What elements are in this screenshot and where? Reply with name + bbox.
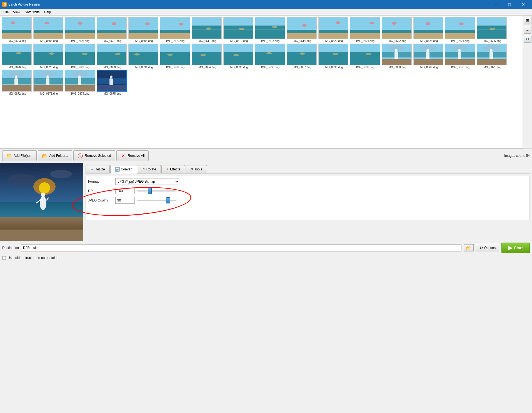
- thumbnail-item[interactable]: IMG_0608.dng: [128, 17, 159, 42]
- menu-file[interactable]: File: [1, 10, 11, 15]
- list-view-button[interactable]: ≡: [524, 26, 531, 34]
- menu-softorbits[interactable]: SoftOrbits: [23, 10, 42, 15]
- jpeg-quality-input[interactable]: 90: [115, 197, 135, 204]
- thumbnail-image: [33, 17, 63, 39]
- window-controls: — □ ✕: [489, 0, 530, 9]
- thumbnail-item[interactable]: IMG_0631.dng: [128, 44, 159, 69]
- add-folder-button[interactable]: 📂 Add Folder...: [38, 150, 72, 161]
- svg-rect-54: [414, 33, 443, 39]
- thumbnail-item[interactable]: IMG_0622.dng: [382, 17, 412, 42]
- thumbnail-item[interactable]: IMG_0869.dng: [413, 44, 444, 69]
- thumbnail-item[interactable]: IMG_0629.dng: [65, 44, 96, 69]
- options-button[interactable]: ⚙ Options: [476, 244, 499, 252]
- thumbnail-item[interactable]: IMG_0868.dng: [382, 44, 412, 69]
- thumbnail-item[interactable]: IMG_0872.dng: [2, 70, 32, 95]
- thumbnail-item[interactable]: IMG_0605.dng: [33, 17, 64, 42]
- thumbnail-item[interactable]: IMG_0634.dng: [192, 44, 222, 69]
- add-files-button[interactable]: 📁 Add File(s)...: [2, 150, 37, 161]
- large-icons-view-button[interactable]: ⊞: [524, 17, 531, 24]
- svg-point-135: [490, 49, 493, 52]
- thumbnail-item[interactable]: IMG_0613.dng: [255, 17, 286, 42]
- destination-input[interactable]: [21, 244, 461, 251]
- thumbnail-item[interactable]: IMG_0607.dng: [97, 17, 127, 42]
- folder-structure-label: Use folder structure in output folder: [8, 256, 59, 260]
- preview-image: [0, 163, 83, 241]
- thumbnail-image: [413, 44, 443, 65]
- thumbnail-image: [128, 17, 158, 39]
- svg-point-79: [115, 53, 121, 55]
- thumbnail-image: [128, 44, 158, 65]
- svg-rect-17: [129, 30, 158, 34]
- menu-view[interactable]: View: [11, 10, 23, 15]
- close-button[interactable]: ✕: [517, 0, 530, 9]
- dpi-input[interactable]: 100: [115, 188, 135, 194]
- effects-icon: ✦: [166, 167, 169, 171]
- tab-tools[interactable]: ⚙ Tools: [186, 165, 207, 173]
- action-toolbar: 📁 Add File(s)... 📂 Add Folder... 🚫 Remov…: [0, 149, 532, 163]
- thumbnail-item[interactable]: IMG_0623.dng: [413, 17, 444, 42]
- tab-effects[interactable]: ✦ Effects: [161, 165, 185, 173]
- thumbnail-item[interactable]: IMG_0870.dng: [445, 44, 476, 69]
- thumbnail-item[interactable]: IMG_0636.dng: [255, 44, 286, 69]
- thumbnail-item[interactable]: IMG_0610.dng: [160, 17, 191, 42]
- dpi-slider-track[interactable]: [137, 190, 176, 192]
- thumbnail-image: [318, 17, 348, 39]
- remove-all-button[interactable]: ✕ Remove All: [116, 150, 149, 161]
- thumbnail-item[interactable]: IMG_0630.dng: [97, 44, 127, 69]
- svg-point-147: [46, 75, 49, 78]
- thumbnail-item[interactable]: IMG_0628.dng: [33, 44, 64, 69]
- thumbnail-image: [477, 44, 507, 65]
- thumbnail-item[interactable]: IMG_0635.dng: [223, 44, 254, 69]
- svg-point-163: [50, 170, 72, 178]
- thumbnail-item[interactable]: IMG_0639.dng: [350, 44, 381, 69]
- dpi-slider-thumb[interactable]: [148, 188, 152, 194]
- jpeg-quality-slider-thumb[interactable]: [166, 197, 170, 203]
- thumbnail-item[interactable]: IMG_0875.dng: [97, 70, 127, 95]
- svg-rect-132: [477, 59, 506, 65]
- thumbnail-item[interactable]: IMG_0638.dng: [318, 44, 349, 69]
- tab-bar: ↔ Resize 🔄 Convert ↻ Rotate ✦ Effects ⚙: [86, 165, 530, 173]
- thumbnail-item[interactable]: IMG_0620.dng: [318, 17, 349, 42]
- svg-rect-122: [426, 52, 429, 59]
- svg-point-35: [272, 26, 278, 28]
- menu-help[interactable]: Help: [42, 10, 53, 15]
- thumbnail-item[interactable]: IMG_0874.dng: [65, 70, 96, 95]
- folder-structure-checkbox[interactable]: [2, 256, 6, 260]
- thumbnail-item[interactable]: IMG_0625.dng: [477, 17, 507, 42]
- start-button[interactable]: ▶ Start: [501, 243, 530, 253]
- thumbnail-item[interactable]: IMG_0603.dng: [2, 17, 32, 42]
- format-select[interactable]: JPG (*.jpg) JPEG Bitmap PNG (*.png) PNG …: [115, 178, 179, 185]
- tab-rotate[interactable]: ↻ Rotate: [138, 165, 161, 173]
- maximize-button[interactable]: □: [503, 0, 516, 9]
- thumbnail-item[interactable]: IMG_0626.dng: [2, 44, 32, 69]
- thumbnail-item[interactable]: IMG_0614.dng: [287, 17, 317, 42]
- thumbnail-item[interactable]: IMG_0611.dng: [192, 17, 222, 42]
- svg-point-123: [426, 49, 429, 52]
- tab-resize[interactable]: ↔ Resize: [86, 165, 110, 173]
- remove-selected-button[interactable]: 🚫 Remove Selected: [73, 150, 115, 161]
- thumbnail-item[interactable]: IMG_0637.dng: [287, 44, 317, 69]
- tab-convert[interactable]: 🔄 Convert: [110, 165, 137, 173]
- thumbnail-label: IMG_0607.dng: [97, 39, 127, 42]
- remove-all-icon: ✕: [121, 153, 126, 158]
- svg-rect-38: [287, 33, 316, 39]
- settings-panel: ↔ Resize 🔄 Convert ↻ Rotate ✦ Effects ⚙: [83, 163, 532, 241]
- thumbnail-item[interactable]: IMG_0621.dng: [350, 17, 381, 42]
- minimize-button[interactable]: —: [489, 0, 502, 9]
- thumbnail-item[interactable]: IMG_0624.dng: [445, 17, 476, 42]
- thumbnail-grid: IMG_0603.dng IMG_0605.dng IMG_0606.dng: [1, 17, 511, 96]
- svg-point-43: [336, 21, 340, 24]
- details-view-button[interactable]: ⊟: [524, 35, 531, 43]
- svg-rect-5: [34, 30, 63, 34]
- svg-rect-126: [445, 59, 475, 65]
- jpeg-quality-slider-track[interactable]: [137, 200, 176, 201]
- add-files-icon: 📁: [6, 153, 12, 158]
- thumbnail-item[interactable]: IMG_0612.dng: [223, 17, 254, 42]
- thumbnail-item[interactable]: IMG_0873.dng: [33, 70, 64, 95]
- thumbnail-image: [287, 44, 317, 65]
- svg-rect-109: [350, 52, 380, 65]
- thumbnail-item[interactable]: IMG_0606.dng: [65, 17, 96, 42]
- thumbnail-item[interactable]: IMG_0871.dng: [477, 44, 507, 69]
- thumbnail-item[interactable]: IMG_0632.dng: [160, 44, 191, 69]
- destination-browse-button[interactable]: 📂: [464, 244, 474, 251]
